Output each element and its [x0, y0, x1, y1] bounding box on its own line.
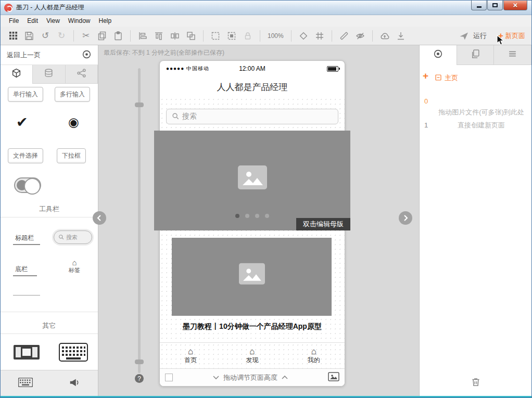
collapse-icon: [435, 74, 441, 82]
page-height-slider[interactable]: [138, 68, 141, 373]
menu-file[interactable]: File: [5, 16, 23, 25]
minimize-button[interactable]: [471, 1, 487, 10]
group-icon[interactable]: [185, 30, 197, 42]
prev-page-button[interactable]: [93, 211, 106, 225]
home-icon: ⌂: [188, 347, 193, 356]
tab-home[interactable]: ⌂ 首页: [160, 343, 221, 368]
image-mode-button[interactable]: [328, 372, 339, 383]
autosave-status: 最后保存: 不到 1 分钟之前(全部操作已保存): [104, 48, 224, 57]
single-line-input-widget[interactable]: 单行输入: [8, 87, 43, 102]
distribute-icon[interactable]: [169, 30, 181, 42]
keyboard-toggle-button[interactable]: [18, 378, 33, 389]
chevron-up-icon[interactable]: [282, 374, 288, 381]
phone-page-title[interactable]: 人人都是产品经理: [160, 76, 345, 97]
tab-widgets[interactable]: [1, 65, 33, 83]
align-left-icon[interactable]: [136, 30, 149, 42]
search-bar-widget[interactable]: 搜索: [54, 230, 92, 244]
battery-icon: [327, 66, 338, 72]
title-bar-widget[interactable]: 标题栏: [15, 234, 34, 242]
toggle-switch-widget[interactable]: [14, 177, 41, 193]
menu-edit[interactable]: Edit: [23, 16, 42, 25]
paper-plane-icon: [458, 30, 470, 42]
add-page-button[interactable]: +: [423, 70, 428, 82]
page-item-home[interactable]: 主页: [435, 73, 458, 83]
tab-home-label: 首页: [184, 356, 197, 365]
search-icon: [58, 234, 64, 241]
trash-button[interactable]: [470, 376, 482, 390]
mouse-cursor-icon: [497, 35, 504, 48]
zoom-level[interactable]: 100%: [266, 32, 285, 40]
bottom-bar-widget[interactable]: 底栏: [15, 265, 28, 274]
lock-icon[interactable]: [242, 30, 254, 42]
carousel-dot[interactable]: [265, 214, 269, 218]
ruler-icon[interactable]: [338, 30, 350, 42]
download-icon[interactable]: [395, 30, 407, 42]
maximize-button[interactable]: [487, 1, 503, 10]
height-hint-label: 拖动调节页面高度: [223, 373, 277, 382]
carousel-dot[interactable]: [245, 214, 249, 218]
run-button[interactable]: 运行: [458, 30, 487, 42]
undo-icon[interactable]: ↺: [39, 30, 52, 42]
drop-hint-line1: 拖动图片文件(可多张)到此处: [433, 106, 529, 119]
file-select-widget[interactable]: 文件选择: [8, 148, 43, 163]
home-icon: ⌂: [311, 347, 316, 356]
share-nodes-icon: [77, 68, 86, 80]
editor-canvas[interactable]: 最后保存: 不到 1 分钟之前(全部操作已保存) ? ●●●●● 中国移动 12…: [98, 45, 420, 396]
tab-data[interactable]: [33, 65, 65, 83]
widgets-grid-icon[interactable]: [7, 30, 19, 42]
save-icon[interactable]: [23, 30, 35, 42]
help-button[interactable]: ?: [135, 374, 144, 383]
page-index-0[interactable]: 0: [424, 97, 428, 105]
carousel-dot[interactable]: [235, 214, 239, 218]
tab-menu[interactable]: [494, 45, 531, 65]
back-button[interactable]: 返回上一页: [1, 45, 98, 65]
tab-discover[interactable]: ⌂ 发现: [221, 343, 283, 368]
dropdown-widget[interactable]: 下拉框: [57, 148, 86, 163]
phone-search-bar[interactable]: 搜索: [166, 109, 338, 124]
slider-handle-top[interactable]: [135, 102, 144, 107]
close-button[interactable]: [503, 1, 527, 10]
next-page-button[interactable]: [399, 211, 412, 225]
copy-icon[interactable]: [96, 30, 108, 42]
align-top-icon[interactable]: [153, 30, 165, 42]
banknote-widget[interactable]: [13, 343, 40, 364]
bottom-bar-line: [13, 275, 37, 276]
feedback-megaphone-button[interactable]: [69, 377, 80, 390]
cut-icon[interactable]: ✂: [80, 30, 92, 42]
edit-master-badge[interactable]: 双击编辑母版: [296, 218, 350, 230]
tab-mine[interactable]: ⌂ 我的: [283, 343, 345, 368]
tab-pages[interactable]: [457, 45, 495, 65]
menu-bar: File Edit View Window Help: [1, 15, 531, 27]
slider-handle-bottom[interactable]: [135, 360, 144, 364]
cloud-upload-icon[interactable]: [378, 30, 391, 42]
rotate-icon[interactable]: [297, 30, 310, 42]
hide-layer-icon[interactable]: [354, 30, 366, 42]
tab-share[interactable]: [66, 65, 98, 83]
article-title[interactable]: 墨刀教程丨10分钟做一个产品经理App原型: [164, 322, 340, 331]
carousel-dot[interactable]: [255, 214, 259, 218]
marquee-icon[interactable]: [209, 30, 222, 42]
chevron-down-icon[interactable]: [213, 374, 219, 381]
image-placeholder-icon: [238, 165, 267, 191]
keyboard-widget[interactable]: [59, 343, 88, 364]
section-divider: [1, 217, 98, 217]
page-checkbox[interactable]: [165, 374, 173, 381]
radio-widget[interactable]: ◉: [68, 115, 79, 130]
menu-window[interactable]: Window: [64, 16, 95, 25]
tab-bar-widget[interactable]: ⌂ 标签: [64, 259, 85, 274]
new-page-label: 新页面: [505, 31, 525, 41]
marquee-select-icon[interactable]: [225, 30, 238, 42]
grid-icon[interactable]: [313, 30, 326, 42]
article-image[interactable]: [172, 238, 332, 316]
menu-view[interactable]: View: [42, 16, 64, 25]
multi-line-input-widget[interactable]: 多行输入: [55, 87, 90, 102]
checkbox-widget[interactable]: ✔: [16, 114, 28, 131]
image-carousel[interactable]: 双击编辑母版: [154, 131, 350, 230]
divider-widget[interactable]: [13, 295, 40, 296]
tab-master[interactable]: [420, 45, 457, 65]
page-index-1[interactable]: 1: [424, 121, 428, 129]
menu-help[interactable]: Help: [95, 16, 116, 25]
section-divider: [1, 333, 98, 334]
paste-icon[interactable]: [112, 30, 124, 42]
redo-icon[interactable]: ↻: [55, 30, 68, 42]
